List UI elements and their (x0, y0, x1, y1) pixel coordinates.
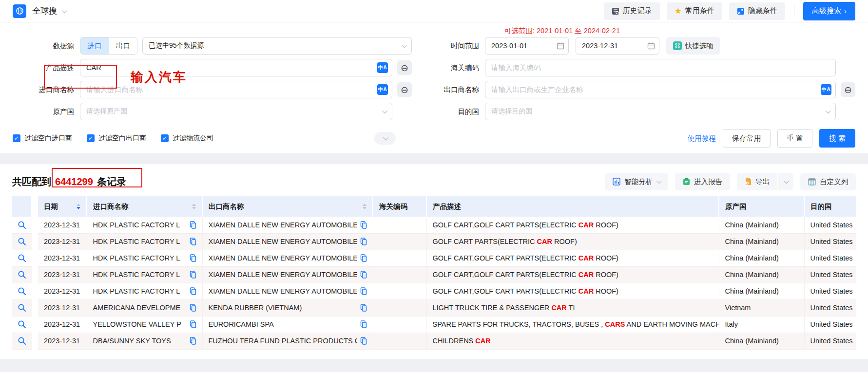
export-button[interactable]: 导出 (737, 173, 793, 190)
destination-select[interactable]: 请选择目的国 (485, 103, 836, 120)
table-row[interactable]: 2023-12-31 HDK PLASTIC FACTORY L XIAMEN … (12, 233, 856, 250)
magnifier-icon[interactable] (18, 320, 26, 329)
end-date-input[interactable] (582, 42, 644, 50)
exporter-exclude-button[interactable]: ⊖ (841, 82, 855, 97)
date-cell: 2023-12-31 (38, 316, 87, 333)
sort-icons[interactable] (192, 204, 196, 209)
reset-button[interactable]: 重 置 (777, 129, 812, 148)
search-button[interactable]: 搜 索 (819, 129, 855, 148)
checkbox-checked-icon: ✓ (161, 134, 169, 142)
table-body: 2023-12-31 HDK PLASTIC FACTORY L XIAMEN … (12, 217, 856, 349)
start-date-input[interactable] (491, 42, 554, 50)
copy-icon[interactable] (190, 337, 196, 345)
copy-icon[interactable] (190, 320, 196, 328)
date-cell: 2023-12-31 (38, 266, 87, 283)
origin-select[interactable]: 请选择原产国 (80, 103, 392, 120)
history-icon (612, 7, 619, 15)
exporter-cell: KENDA RUBBER (VIETNAM) (202, 299, 373, 316)
magnifier-icon[interactable] (18, 336, 26, 345)
magnifier-icon[interactable] (18, 303, 26, 312)
magnifier-icon[interactable] (18, 287, 26, 296)
copy-icon[interactable] (360, 320, 367, 328)
table-row[interactable]: 2023-12-31 HDK PLASTIC FACTORY L XIAMEN … (12, 266, 856, 283)
table-row[interactable]: 2023-12-31 HDK PLASTIC FACTORY L XIAMEN … (12, 283, 856, 299)
copy-icon[interactable] (190, 304, 196, 312)
save-conditions-button[interactable]: 保存常用 (723, 129, 771, 148)
quick-options-button[interactable]: ⌘ 快捷选项 (666, 37, 720, 55)
product-desc-field[interactable]: 中A (80, 59, 392, 76)
frozen-column-gap (32, 299, 38, 316)
copy-icon[interactable] (360, 304, 367, 312)
hs-code-field[interactable] (485, 59, 836, 76)
origin-cell: Vietnam (719, 299, 804, 316)
datasource-select[interactable]: 已选中95个数据源 (142, 37, 412, 55)
column-header-date[interactable]: 日期 (38, 196, 87, 217)
sort-icons[interactable] (363, 204, 366, 209)
tutorial-link[interactable]: 使用教程 (688, 134, 716, 143)
table-row[interactable]: 2023-12-31 AMERICANA DEVELOPME KENDA RUB… (12, 299, 856, 316)
table-row[interactable]: 2023-12-31 DBA/SUNNY SKY TOYS FUZHOU TER… (12, 333, 856, 349)
column-header-importer[interactable]: 进口商名称 (87, 196, 202, 217)
copy-icon[interactable] (360, 337, 367, 345)
sort-icons[interactable] (77, 204, 80, 209)
filter-blank-importer-checkbox[interactable]: ✓ 过滤空白进口商 (13, 134, 72, 143)
globe-logo-icon (13, 4, 26, 18)
product-desc-input[interactable] (86, 64, 377, 72)
magnifier-icon[interactable] (18, 254, 26, 262)
copy-icon[interactable] (360, 221, 367, 229)
importer-field[interactable]: 中A (80, 81, 392, 98)
hs-code-input[interactable] (491, 64, 831, 72)
copy-icon[interactable] (360, 287, 367, 295)
exporter-input[interactable] (491, 86, 821, 93)
history-button[interactable]: 历史记录 (604, 2, 660, 20)
magnifier-icon[interactable] (18, 221, 26, 229)
importer-exclude-button[interactable]: ⊖ (397, 82, 412, 97)
destination-label: 目的国 (412, 107, 485, 116)
translate-icon[interactable]: 中A (377, 84, 388, 95)
copy-icon[interactable] (190, 254, 196, 262)
translate-icon[interactable]: 中A (377, 62, 388, 73)
exporter-field[interactable]: 中A (485, 81, 836, 98)
table-row[interactable]: 2023-12-31 HDK PLASTIC FACTORY L XIAMEN … (12, 250, 856, 266)
export-dropdown-chevron[interactable] (777, 173, 793, 190)
copy-icon[interactable] (190, 271, 196, 279)
origin-cell: China (Mainland) (719, 333, 804, 349)
exporter-cell: XIAMEN DALLE NEW ENERGY AUTOMOBILE (202, 283, 373, 299)
copy-icon[interactable] (360, 238, 367, 245)
copy-icon[interactable] (360, 271, 367, 279)
advanced-search-button[interactable]: 高级搜索 › (803, 2, 855, 20)
exporter-cell: FUZHOU TERA FUND PLASTIC PRODUCTS C (202, 333, 373, 349)
column-header-exporter[interactable]: 出口商名称 (202, 196, 373, 217)
magnifier-icon[interactable] (18, 270, 26, 279)
favorites-button[interactable]: ★ 常用条件 (667, 2, 722, 20)
table-row[interactable]: 2023-12-31 YELLOWSTONE VALLEY P EURORICA… (12, 316, 856, 333)
start-date-field[interactable] (485, 37, 569, 55)
copy-icon[interactable] (190, 221, 196, 229)
filter-logistics-checkbox[interactable]: ✓ 过滤物流公司 (161, 134, 213, 143)
collapse-form-button[interactable] (374, 132, 396, 145)
tab-import[interactable]: 进口 (80, 37, 109, 54)
date-cell: 2023-12-31 (38, 283, 87, 299)
magnifier-icon[interactable] (18, 237, 26, 246)
tab-export[interactable]: 出口 (109, 37, 137, 54)
copy-icon[interactable] (360, 254, 367, 262)
table-row[interactable]: 2023-12-31 HDK PLASTIC FACTORY L XIAMEN … (12, 217, 856, 233)
translate-icon[interactable]: 中A (821, 84, 831, 95)
columns-icon (808, 178, 816, 186)
enter-report-button[interactable]: 进入报告 (675, 173, 730, 190)
hide-conditions-button[interactable]: 隐藏条件 (729, 2, 785, 20)
custom-columns-button[interactable]: 自定义列 (800, 173, 856, 190)
product-exclude-button[interactable]: ⊖ (397, 60, 412, 75)
app-menu-chevron-down-icon[interactable] (62, 7, 67, 13)
datasource-tabs: 进口 出口 (80, 37, 137, 55)
app-title: 全球搜 (32, 5, 57, 17)
date-cell: 2023-12-31 (38, 333, 87, 349)
copy-icon[interactable] (190, 238, 196, 245)
importer-input[interactable] (86, 86, 377, 93)
table-header-row: 日期 进口商名称 出口商名称 海关编码 产品描述 原产国 目的国 (12, 196, 856, 217)
smart-analysis-button[interactable]: 智能分析 (605, 173, 668, 190)
filter-blank-exporter-checkbox[interactable]: ✓ 过滤空白出口商 (87, 134, 146, 143)
row-detail-cell (12, 333, 32, 349)
end-date-field[interactable] (576, 37, 659, 55)
copy-icon[interactable] (190, 287, 196, 295)
